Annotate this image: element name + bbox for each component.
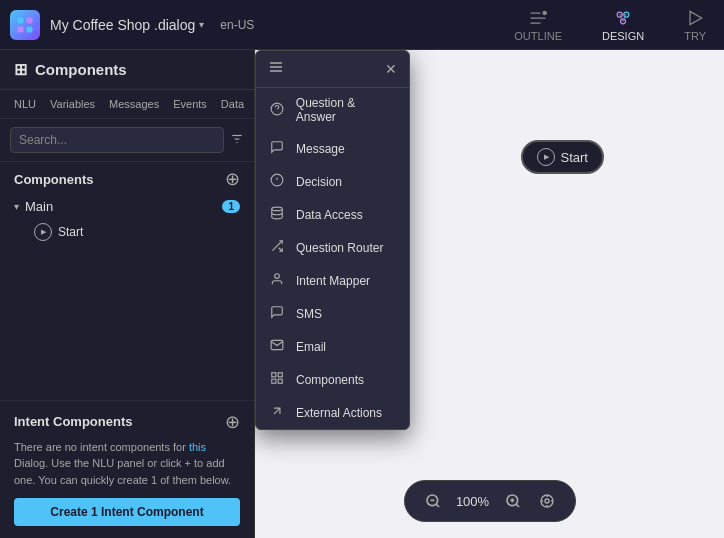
outline-nav[interactable]: OUTLINE <box>506 4 570 46</box>
design-icon <box>613 8 633 28</box>
svg-line-32 <box>516 504 519 507</box>
component-dropdown-menu: ✕ Question & Answer Message <box>255 50 410 430</box>
components-menu-label: Components <box>296 373 364 387</box>
dropdown-menu-icon <box>268 59 284 79</box>
menu-item-email[interactable]: Email <box>256 330 409 363</box>
menu-item-components[interactable]: Components <box>256 363 409 396</box>
sidebar: ⊞ Components NLU Variables Messages Even… <box>0 50 255 538</box>
top-bar: My Coffee Shop .dialog ▾ en-US OUTLINE D… <box>0 0 724 50</box>
svg-rect-0 <box>18 17 24 23</box>
menu-item-decision[interactable]: Decision <box>256 165 409 198</box>
add-intent-button[interactable]: ⊕ <box>225 413 240 431</box>
svg-rect-1 <box>27 17 33 23</box>
external-actions-icon <box>268 404 286 421</box>
tree-chevron-icon[interactable]: ▾ <box>14 201 19 212</box>
start-sub-item[interactable]: Start <box>14 219 240 245</box>
start-node[interactable]: Start <box>521 140 604 174</box>
sms-icon <box>268 305 286 322</box>
zoom-fit-button[interactable] <box>533 487 561 515</box>
intent-section: Intent Components ⊕ There are no intent … <box>0 400 254 539</box>
menu-item-data-access[interactable]: Data Access <box>256 198 409 231</box>
svg-line-29 <box>436 504 439 507</box>
components-label: Components <box>14 172 93 187</box>
svg-rect-24 <box>272 373 276 377</box>
decision-icon <box>268 173 286 190</box>
intent-highlight: this <box>189 441 206 453</box>
components-icon: ⊞ <box>14 60 27 79</box>
zoom-out-button[interactable] <box>419 487 447 515</box>
data-access-icon <box>268 206 286 223</box>
svg-point-36 <box>545 499 549 503</box>
dialog-name[interactable]: My Coffee Shop .dialog ▾ <box>50 17 204 33</box>
try-icon <box>685 8 705 28</box>
add-component-button[interactable]: ⊕ <box>225 170 240 188</box>
intent-mapper-icon <box>268 272 286 289</box>
tree-main-item: ▾ Main 1 <box>14 194 240 219</box>
intent-header: Intent Components ⊕ <box>14 413 240 431</box>
try-nav[interactable]: TRY <box>676 4 714 46</box>
tab-events[interactable]: Events <box>173 96 207 112</box>
sidebar-header: ⊞ Components <box>0 50 254 90</box>
intent-label: Intent Components <box>14 414 132 429</box>
question-answer-icon <box>268 102 286 119</box>
start-sub-label: Start <box>58 225 83 239</box>
zoom-in-button[interactable] <box>499 487 527 515</box>
tree-main-badge: 1 <box>222 200 240 213</box>
question-router-label: Question Router <box>296 241 383 255</box>
tab-data[interactable]: Data <box>221 96 244 112</box>
svg-rect-26 <box>272 379 276 383</box>
tab-messages[interactable]: Messages <box>109 96 159 112</box>
components-section-header: Components ⊕ <box>14 170 240 188</box>
question-router-icon <box>268 239 286 256</box>
sidebar-title: ⊞ Components <box>14 60 127 79</box>
svg-point-23 <box>275 274 280 279</box>
svg-rect-27 <box>278 379 282 383</box>
sidebar-tabs: NLU Variables Messages Events Data <box>0 90 254 119</box>
svg-rect-25 <box>278 373 282 377</box>
app-logo <box>10 10 40 40</box>
menu-item-question-router[interactable]: Question Router <box>256 231 409 264</box>
menu-item-message[interactable]: Message <box>256 132 409 165</box>
data-access-label: Data Access <box>296 208 363 222</box>
external-actions-label: External Actions <box>296 406 382 420</box>
search-input[interactable] <box>10 127 224 153</box>
main-layout: ⊞ Components NLU Variables Messages Even… <box>0 50 724 538</box>
zoom-value: 100% <box>453 494 493 509</box>
tab-variables[interactable]: Variables <box>50 96 95 112</box>
filter-icon[interactable] <box>230 132 244 149</box>
canvas: ✕ Question & Answer Message <box>255 50 724 538</box>
tree-main-label[interactable]: Main <box>25 199 216 214</box>
dropdown-close-button[interactable]: ✕ <box>385 61 397 77</box>
outline-icon <box>528 8 548 28</box>
menu-item-question-answer[interactable]: Question & Answer <box>256 88 409 132</box>
intent-mapper-label: Intent Mapper <box>296 274 370 288</box>
question-answer-label: Question & Answer <box>296 96 397 124</box>
menu-item-sms[interactable]: SMS <box>256 297 409 330</box>
create-intent-button[interactable]: Create 1 Intent Component <box>14 498 240 526</box>
start-node-label: Start <box>561 150 588 165</box>
start-node-icon <box>537 148 555 166</box>
menu-item-external-actions[interactable]: External Actions <box>256 396 409 429</box>
tab-nlu[interactable]: NLU <box>14 96 36 112</box>
top-nav: OUTLINE DESIGN TRY <box>506 4 714 46</box>
svg-point-4 <box>543 11 546 14</box>
intent-description: There are no intent components for this … <box>14 439 240 489</box>
decision-label: Decision <box>296 175 342 189</box>
sms-label: SMS <box>296 307 322 321</box>
svg-marker-11 <box>690 11 702 24</box>
message-label: Message <box>296 142 345 156</box>
chevron-down-icon: ▾ <box>199 19 204 30</box>
svg-rect-3 <box>27 26 33 32</box>
svg-rect-2 <box>18 26 24 32</box>
svg-point-20 <box>272 207 283 211</box>
menu-item-intent-mapper[interactable]: Intent Mapper <box>256 264 409 297</box>
start-sub-icon <box>34 223 52 241</box>
components-section: Components ⊕ ▾ Main 1 Start <box>0 162 254 253</box>
email-icon <box>268 338 286 355</box>
language-badge[interactable]: en-US <box>220 18 254 32</box>
design-nav[interactable]: DESIGN <box>594 4 652 46</box>
components-menu-icon <box>268 371 286 388</box>
email-label: Email <box>296 340 326 354</box>
message-icon <box>268 140 286 157</box>
zoom-bar: 100% <box>404 480 576 522</box>
